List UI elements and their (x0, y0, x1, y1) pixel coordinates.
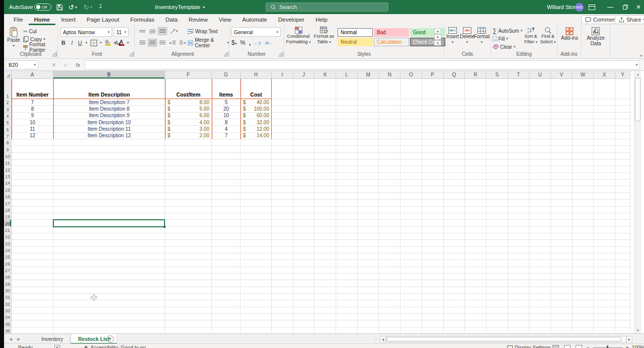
cell-L10[interactable] (336, 153, 358, 159)
cell-I26[interactable] (272, 260, 293, 267)
cell-O23[interactable] (400, 240, 422, 246)
cell-I7[interactable] (272, 133, 293, 139)
cell-U27[interactable] (529, 267, 551, 274)
tab-help[interactable]: Help (310, 14, 333, 25)
cell-P18[interactable] (422, 207, 444, 213)
cell-M31[interactable] (358, 294, 379, 300)
column-header-H[interactable]: H (240, 71, 272, 79)
cell-O27[interactable] (400, 267, 422, 274)
row-header-25[interactable]: 25 (4, 253, 12, 260)
cell-W7[interactable] (573, 133, 594, 139)
cell-U18[interactable] (529, 207, 551, 213)
cell-N29[interactable] (379, 280, 400, 287)
cell-Q8[interactable] (444, 139, 465, 146)
column-header-U[interactable]: U (529, 71, 551, 79)
cell-K28[interactable] (314, 274, 336, 280)
cell-U15[interactable] (529, 186, 551, 193)
cell-F19[interactable] (165, 213, 212, 220)
cell-T8[interactable] (508, 139, 530, 146)
cell-H2[interactable]: $40.00 (240, 99, 272, 106)
align-right-icon[interactable] (158, 39, 167, 47)
cell-P6[interactable] (422, 126, 444, 132)
cell-B20[interactable] (53, 220, 165, 226)
cell-M17[interactable] (358, 200, 379, 206)
column-header-M[interactable]: M (358, 71, 379, 79)
cell-W26[interactable] (573, 260, 594, 267)
cell-B22[interactable] (53, 233, 165, 240)
cell-T36[interactable] (508, 327, 530, 333)
cell-N14[interactable] (379, 180, 400, 186)
column-header-K[interactable]: K (314, 71, 336, 79)
cell-O17[interactable] (400, 200, 422, 206)
cell-S20[interactable] (487, 220, 508, 226)
cell-B5[interactable]: Item Description 10 (53, 119, 165, 126)
cell-M27[interactable] (358, 267, 379, 274)
cell-L7[interactable] (336, 133, 358, 139)
cell-A31[interactable] (12, 294, 53, 300)
zoom-level[interactable]: 100% (632, 345, 644, 348)
cell-F29[interactable] (165, 280, 212, 287)
cell-A2[interactable]: 7 (12, 99, 53, 106)
row-header-6[interactable]: 6 (4, 126, 12, 132)
cell-Y20[interactable] (615, 220, 630, 226)
borders-button[interactable] (91, 40, 97, 46)
cell-V27[interactable] (551, 267, 573, 274)
cell-R23[interactable] (465, 240, 487, 246)
cell-V30[interactable] (551, 287, 573, 294)
cell-S16[interactable] (487, 193, 508, 200)
cell-X14[interactable] (594, 180, 615, 186)
cell-X6[interactable] (594, 126, 615, 132)
style-normal[interactable]: Normal (338, 28, 373, 37)
row-header-20[interactable]: 20 (4, 220, 12, 226)
cell-F30[interactable] (165, 287, 212, 294)
cell-B32[interactable] (53, 300, 165, 307)
cell-S28[interactable] (487, 274, 508, 280)
cell-P9[interactable] (422, 146, 444, 152)
font-color-dropdown[interactable]: ▾ (127, 41, 129, 45)
addins-button[interactable]: Add-ins (560, 27, 579, 41)
cell-K7[interactable] (314, 133, 336, 139)
new-sheet-button[interactable]: + (107, 335, 114, 342)
cell-H15[interactable] (240, 186, 272, 193)
cell-M28[interactable] (358, 274, 379, 280)
cell-R19[interactable] (465, 213, 487, 220)
cell-N24[interactable] (379, 247, 400, 253)
cell-F5[interactable]: $4.00 (165, 119, 212, 126)
cell-U13[interactable] (529, 173, 551, 180)
row-header-8[interactable]: 8 (4, 139, 12, 146)
cell-G18[interactable] (212, 207, 240, 213)
cell-R14[interactable] (465, 180, 487, 186)
alignment-dialog-launcher[interactable] (224, 52, 228, 56)
cell-S19[interactable] (487, 213, 508, 220)
cell-B29[interactable] (53, 280, 165, 287)
cell-P17[interactable] (422, 200, 444, 206)
cell-I32[interactable] (272, 300, 293, 307)
cell-Q13[interactable] (444, 173, 465, 180)
number-dialog-launcher[interactable] (279, 52, 283, 56)
row-header-12[interactable]: 12 (4, 166, 12, 172)
cell-W18[interactable] (573, 207, 594, 213)
cell-X28[interactable] (594, 274, 615, 280)
cell-P16[interactable] (422, 193, 444, 200)
cell-L26[interactable] (336, 260, 358, 267)
tab-data[interactable]: Data (160, 14, 183, 25)
cell-H29[interactable] (240, 280, 272, 287)
cell-U4[interactable] (529, 113, 551, 119)
cell-L27[interactable] (336, 267, 358, 274)
gallery-up-button[interactable]: ▲ (434, 28, 441, 34)
cell-I36[interactable] (272, 327, 293, 333)
clipboard-dialog-launcher[interactable] (52, 52, 57, 56)
cell-Q22[interactable] (444, 233, 465, 240)
cell-N31[interactable] (379, 294, 400, 300)
cell-W2[interactable] (573, 99, 594, 106)
collapse-ribbon-button[interactable]: ▴ (640, 53, 642, 57)
font-size-select[interactable]: 11▾ (114, 27, 129, 37)
clear-button[interactable]: Clear▾ (493, 43, 515, 51)
cell-T5[interactable] (508, 119, 530, 126)
cell-F25[interactable] (165, 253, 212, 260)
cell-M16[interactable] (358, 193, 379, 200)
cell-T11[interactable] (508, 159, 530, 166)
cell-N16[interactable] (379, 193, 400, 200)
cell-P26[interactable] (422, 260, 444, 267)
tab-automate[interactable]: Automate (237, 14, 273, 25)
